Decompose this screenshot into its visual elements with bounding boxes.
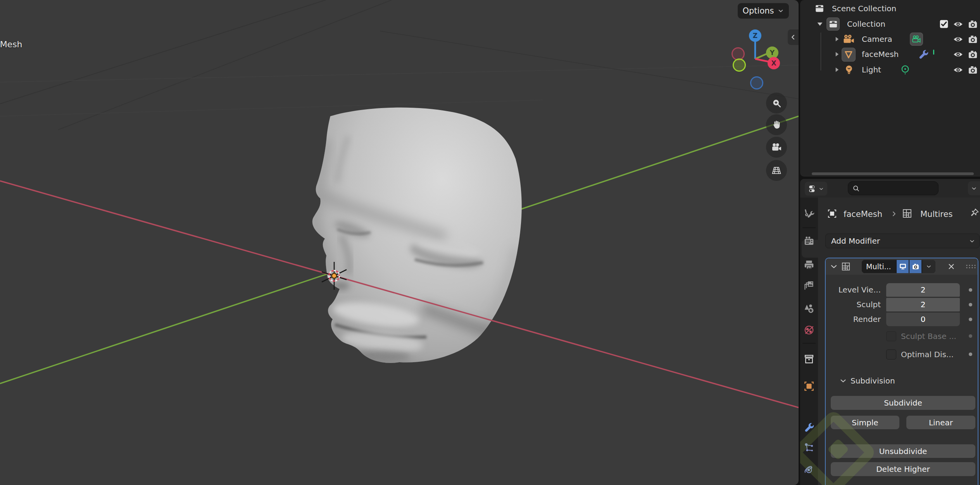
render-camera-icon (912, 263, 920, 270)
gizmo-neg-z-axis[interactable] (750, 76, 763, 89)
properties-editor-icon (808, 184, 817, 193)
3d-viewport[interactable]: ceMesh Options Z Y X (0, 0, 799, 485)
blender-window: ceMesh Options Z Y X (0, 0, 980, 485)
subdivide-button[interactable]: Subdivide (831, 396, 975, 410)
pin-icon[interactable] (970, 208, 980, 218)
scene-collection-icon (814, 3, 825, 14)
simple-button[interactable]: Simple (831, 416, 899, 429)
close-modifier-icon[interactable] (947, 262, 956, 271)
multires-modifier-panel[interactable]: Multi... Level Vie... 2 Sculpt 2 Render … (825, 258, 978, 485)
animate-dot[interactable] (969, 288, 972, 292)
optimal-display-checkbox[interactable] (886, 349, 896, 359)
chevron-down-icon (971, 185, 977, 192)
tab-render[interactable] (803, 235, 815, 247)
outliner-row-collection[interactable]: Collection (800, 17, 980, 31)
animate-dot[interactable] (969, 318, 972, 321)
sculpt-levels-field[interactable]: 2 (886, 298, 960, 311)
disclosure-down-icon[interactable] (816, 20, 824, 28)
outliner-item-label[interactable]: Collection (847, 17, 885, 31)
light-data-icon[interactable] (899, 64, 911, 76)
modifier-widgets: Multi... (862, 260, 935, 273)
disclosure-right-icon[interactable] (833, 35, 841, 43)
properties-tab-strip[interactable] (800, 198, 818, 485)
subdivision-section-title[interactable]: Subdivision (851, 375, 895, 387)
navigation-gizmo[interactable]: Z Y X (728, 24, 786, 90)
outliner-row-light[interactable]: Light (800, 62, 980, 77)
field-label: Level Vie... (826, 283, 881, 297)
chevron-down-icon (777, 7, 784, 14)
modifier-extras-dropdown[interactable] (922, 260, 935, 273)
zoom-tool-button[interactable] (766, 93, 787, 114)
tab-physics[interactable] (803, 464, 815, 476)
tab-particles[interactable] (803, 442, 815, 453)
outliner-editor[interactable]: Scene Collection Collection Camera faceM… (800, 0, 980, 177)
breadcrumb-modifier[interactable]: Multires (920, 208, 952, 220)
options-label: Options (742, 6, 774, 15)
levels-viewport-field[interactable]: 2 (886, 283, 960, 297)
properties-options-button[interactable] (968, 181, 980, 195)
modifier-panel-header[interactable]: Multi... (826, 258, 978, 275)
hide-viewport-eye-icon[interactable] (953, 19, 963, 29)
disclosure-right-icon[interactable] (833, 66, 841, 74)
outliner-row-camera[interactable]: Camera (800, 32, 980, 46)
hide-viewport-eye-icon[interactable] (953, 49, 963, 60)
camera-data-icon[interactable] (910, 33, 923, 46)
disclosure-right-icon[interactable] (833, 50, 841, 58)
outliner-item-label[interactable]: Camera (862, 32, 892, 46)
outliner-row-facemesh[interactable]: faceMesh (800, 47, 980, 62)
add-modifier-button[interactable]: Add Modifier (825, 234, 980, 248)
disable-render-camera-icon[interactable] (968, 65, 978, 75)
add-modifier-label: Add Modifier (831, 236, 969, 246)
gizmo-neg-y-axis[interactable] (733, 58, 746, 72)
tab-tool[interactable] (803, 208, 815, 220)
breadcrumb-object[interactable]: faceMesh (844, 208, 882, 220)
display-realtime-toggle[interactable] (897, 260, 909, 273)
subdivision-expand-icon[interactable] (839, 377, 847, 385)
gizmo-z-axis[interactable]: Z (749, 29, 761, 42)
chevron-down-icon (818, 186, 824, 192)
viewport-options-button[interactable]: Options (738, 3, 789, 19)
tab-scene[interactable] (803, 303, 815, 315)
outliner-horizontal-scrollbar[interactable] (812, 172, 974, 175)
toggle-perspective-button[interactable] (766, 160, 787, 181)
hide-viewport-eye-icon[interactable] (953, 65, 963, 75)
disable-render-camera-icon[interactable] (968, 34, 978, 45)
tab-modifiers[interactable] (803, 421, 815, 433)
outliner-item-label[interactable]: faceMesh (862, 47, 899, 62)
hide-viewport-eye-icon[interactable] (953, 34, 963, 45)
outliner-item-label[interactable]: Scene Collection (832, 1, 896, 16)
camera-object-icon (842, 33, 855, 45)
gizmo-x-axis[interactable]: X (768, 57, 780, 69)
linear-button[interactable]: Linear (906, 416, 975, 429)
sidebar-collapse-handle[interactable] (788, 29, 799, 45)
unsubdivide-button[interactable]: Unsubdivide (831, 444, 975, 458)
render-levels-field[interactable]: 0 (886, 313, 960, 326)
delete-higher-button[interactable]: Delete Higher (831, 462, 975, 476)
tab-object[interactable] (803, 380, 815, 392)
outliner-row-scene-collection[interactable]: Scene Collection (800, 1, 980, 16)
tab-view-layer[interactable] (803, 280, 815, 291)
collection-checkbox[interactable] (939, 19, 949, 29)
expand-panel-icon[interactable] (829, 262, 839, 271)
properties-editor[interactable]: faceMesh Multires Add Modifier Multi... (800, 179, 980, 485)
pan-tool-button[interactable] (766, 114, 787, 135)
tab-world[interactable] (803, 324, 815, 336)
tab-collection[interactable] (803, 353, 815, 365)
camera-view-button[interactable] (766, 137, 787, 158)
animate-dot[interactable] (969, 303, 972, 306)
drag-handle-icon[interactable] (965, 263, 977, 270)
editor-type-button[interactable] (805, 182, 827, 196)
search-input[interactable] (848, 181, 939, 195)
display-render-toggle[interactable] (909, 260, 921, 273)
tab-output[interactable] (803, 259, 815, 271)
outliner-item-label[interactable]: Light (862, 62, 881, 77)
checkbox-label: Optimal Dis... (901, 349, 954, 359)
disable-render-camera-icon[interactable] (968, 49, 978, 60)
search-icon (852, 184, 860, 193)
modifier-name-field[interactable]: Multi... (862, 260, 896, 273)
tab-separator (802, 227, 816, 228)
animate-dot (969, 334, 972, 338)
animate-dot[interactable] (969, 353, 972, 356)
wrench-icon[interactable] (918, 48, 929, 60)
disable-render-camera-icon[interactable] (968, 19, 978, 29)
